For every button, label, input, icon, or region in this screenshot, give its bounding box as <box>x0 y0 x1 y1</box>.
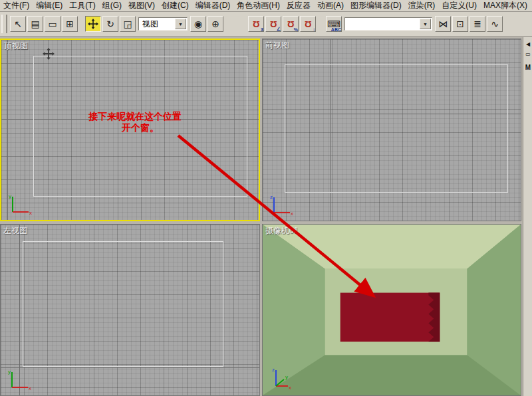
world-axis-horizontal <box>1 367 259 368</box>
magnet-icon: Ω <box>287 19 294 29</box>
viewport-label[interactable]: 前视图 <box>265 40 289 51</box>
z-axis-label: z <box>272 367 275 373</box>
viewport-front[interactable]: 前视图 z x <box>262 39 521 221</box>
annotation-text: 接下来呢就在这个位置 开个窗。 <box>88 111 182 134</box>
select-and-rotate-button[interactable]: ↻ <box>102 16 118 32</box>
panel-collapse-icon[interactable]: ◀ <box>526 41 530 47</box>
use-center-button[interactable]: ◉ <box>190 16 206 32</box>
panel-edge-label: M <box>525 64 531 71</box>
abc-badge: ABC <box>331 27 341 32</box>
select-and-move-button[interactable] <box>85 16 101 32</box>
chevron-down-icon[interactable]: ▼ <box>420 19 431 29</box>
mirror-icon: ⋈ <box>438 19 448 29</box>
viewport-area: 顶视图 接下来呢就在这个位置 开个窗。 y x 前视图 <box>0 37 523 396</box>
x-axis-label: x <box>29 210 32 216</box>
room-wireframe-front[interactable] <box>285 64 508 193</box>
scale-icon: ◲ <box>123 19 132 29</box>
z-axis-label: z <box>270 194 273 200</box>
select-and-scale-button[interactable]: ◲ <box>120 16 136 32</box>
move-cursor <box>43 48 55 60</box>
named-selection-sets-dropdown[interactable]: ▼ <box>344 17 432 31</box>
viewport-label[interactable]: 顶视图 <box>4 41 28 52</box>
percent-snap-button[interactable]: Ω % <box>283 16 299 32</box>
menu-tools[interactable]: 工具(T) <box>66 0 98 11</box>
x-axis-label: x <box>291 211 293 217</box>
y-axis-label: y <box>285 374 288 380</box>
align-button[interactable]: ⊡ <box>452 16 468 32</box>
coord-system-value: 视图 <box>142 19 158 30</box>
axis-tripod: z x <box>268 193 295 217</box>
spinner-badge: ↕ <box>313 27 316 32</box>
layers-icon: ≣ <box>473 19 481 29</box>
viewport-left[interactable]: 左视图 y x <box>0 224 260 396</box>
axis-tripod: z x y <box>268 365 295 391</box>
align-icon: ⊡ <box>456 19 464 29</box>
viewport-top[interactable]: 顶视图 接下来呢就在这个位置 开个窗。 y x <box>0 39 260 221</box>
snap-toggle-button[interactable]: Ω 3 <box>248 16 264 32</box>
menu-bar: 文件(F) 编辑(E) 工具(T) 组(G) 视图(V) 创建(C) 编辑器(D… <box>0 0 532 12</box>
rotate-icon: ↻ <box>106 19 114 29</box>
command-panel-strip: ◀ ▭ M <box>523 37 532 396</box>
menu-maxscript[interactable]: MAX脚本(X) <box>480 0 531 11</box>
snap-3-badge: 3 <box>261 27 263 32</box>
layer-manager-button[interactable]: ≣ <box>469 16 485 32</box>
room-wireframe-left[interactable] <box>23 241 223 367</box>
y-axis-label: y <box>8 369 11 375</box>
menu-create[interactable]: 创建(C) <box>158 0 192 11</box>
panel-tab-icon[interactable]: ▭ <box>525 51 531 57</box>
menu-edit[interactable]: 编辑(E) <box>33 0 66 11</box>
x-axis-label: x <box>29 385 31 391</box>
window-crossing-button[interactable]: ⊞ <box>62 16 78 32</box>
menu-animation[interactable]: 动画(A) <box>314 0 347 11</box>
select-and-manipulate-button[interactable]: ⊕ <box>207 16 223 32</box>
main-toolbar: ↖ ▤ ▭ ⊞ ↻ ◲ 视图 ▼ ◉ ⊕ <box>0 12 532 37</box>
camera-render <box>263 225 521 395</box>
spinner-snap-button[interactable]: Ω ↕ <box>300 16 316 32</box>
menu-views[interactable]: 视图(V) <box>125 0 158 11</box>
menu-group[interactable]: 组(G) <box>99 0 125 11</box>
annotation-line1: 接下来呢就在这个位置 <box>88 111 182 122</box>
window-crossing-icon: ⊞ <box>66 19 74 29</box>
move-icon <box>88 19 98 29</box>
red-wall-box[interactable] <box>340 293 440 342</box>
rect-region-icon: ▭ <box>48 19 57 29</box>
y-axis-label: y <box>9 193 11 199</box>
menu-character[interactable]: 角色动画(H) <box>233 0 283 11</box>
manipulate-icon: ⊕ <box>211 19 219 29</box>
annotation-line2: 开个窗。 <box>122 122 182 134</box>
curve-icon: ∿ <box>491 19 499 29</box>
select-arrow-icon: ↖ <box>14 19 22 29</box>
pivot-center-icon: ◉ <box>194 19 202 29</box>
angle-snap-button[interactable]: Ω ∠ <box>265 16 281 32</box>
menu-modifiers[interactable]: 编辑器(D) <box>192 0 234 11</box>
select-by-name-icon: ▤ <box>31 19 39 29</box>
viewport-label[interactable]: 摄像机01 <box>265 225 298 237</box>
keyboard-override-button[interactable]: ⌨ ABC <box>326 16 342 32</box>
x-axis-label: x <box>289 385 291 391</box>
menu-customize[interactable]: 自定义(U) <box>438 0 480 11</box>
magnet-icon: Ω <box>253 19 259 29</box>
percent-badge: % <box>294 27 298 32</box>
selection-region-button[interactable]: ▭ <box>45 16 61 32</box>
chevron-down-icon[interactable]: ▼ <box>175 19 186 29</box>
menu-reactor[interactable]: 反应器 <box>283 0 314 11</box>
menu-graph-editors[interactable]: 图形编辑器(D) <box>347 0 405 11</box>
axis-tripod: y x <box>7 192 33 216</box>
toolbar-drag-handle[interactable] <box>1 15 7 33</box>
reference-coord-system-dropdown[interactable]: 视图 ▼ <box>138 17 188 31</box>
select-object-button[interactable]: ↖ <box>10 16 26 32</box>
mirror-button[interactable]: ⋈ <box>435 16 451 32</box>
menu-file[interactable]: 文件(F) <box>0 0 33 11</box>
axis-tripod: y x <box>6 367 33 391</box>
curve-editor-button[interactable]: ∿ <box>487 16 503 32</box>
angle-badge: ∠ <box>277 27 281 32</box>
magnet-icon: Ω <box>305 19 311 29</box>
menu-rendering[interactable]: 渲染(R) <box>405 0 439 11</box>
viewport-camera[interactable]: 摄像机01 z x y <box>262 224 521 396</box>
viewport-label[interactable]: 左视图 <box>3 225 27 237</box>
select-by-name-button[interactable]: ▤ <box>27 16 43 32</box>
magnet-icon: Ω <box>270 19 277 29</box>
